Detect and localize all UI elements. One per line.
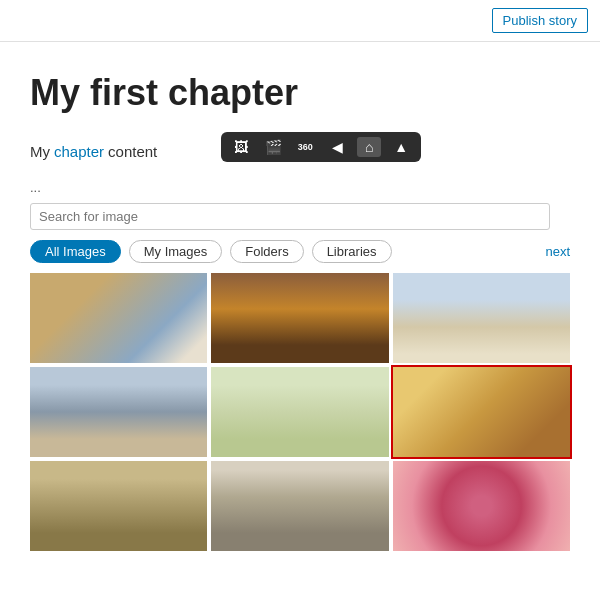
chapter-link[interactable]: chapter [54,143,104,160]
text-after: content [108,143,157,160]
upload-icon[interactable]: ▲ [389,137,413,157]
filter-all-images[interactable]: All Images [30,240,121,263]
insert-toolbar: 🖼 🎬 360 ◀ ⌂ ▲ [221,132,421,162]
image-cell[interactable] [393,461,570,551]
home-icon[interactable]: ⌂ [357,137,381,157]
audio-icon[interactable]: ◀ [325,137,349,157]
filter-my-images[interactable]: My Images [129,240,223,263]
search-input[interactable] [30,203,550,230]
image-icon[interactable]: 🖼 [229,137,253,157]
image-cell[interactable] [30,461,207,551]
main-content: My first chapter My chapter content 🖼 🎬 … [0,42,600,561]
editor-ellipsis: ... [30,180,570,195]
360-icon[interactable]: 360 [293,137,317,157]
chapter-text-line: My chapter content 🖼 🎬 360 ◀ ⌂ ▲ [30,132,570,170]
publish-button[interactable]: Publish story [492,8,588,33]
image-grid [30,273,570,551]
chapter-title: My first chapter [30,72,570,114]
filter-folders[interactable]: Folders [230,240,303,263]
image-cell[interactable] [211,273,388,363]
image-cell[interactable] [393,273,570,363]
top-bar: Publish story [0,0,600,42]
filter-tabs: All Images My Images Folders Libraries n… [30,240,570,263]
filter-next[interactable]: next [545,244,570,259]
video-icon[interactable]: 🎬 [261,137,285,157]
image-cell[interactable] [211,461,388,551]
image-cell[interactable] [30,367,207,457]
image-cell[interactable] [211,367,388,457]
image-cell[interactable] [30,273,207,363]
image-cell[interactable] [393,367,570,457]
text-before: My [30,143,50,160]
filter-libraries[interactable]: Libraries [312,240,392,263]
